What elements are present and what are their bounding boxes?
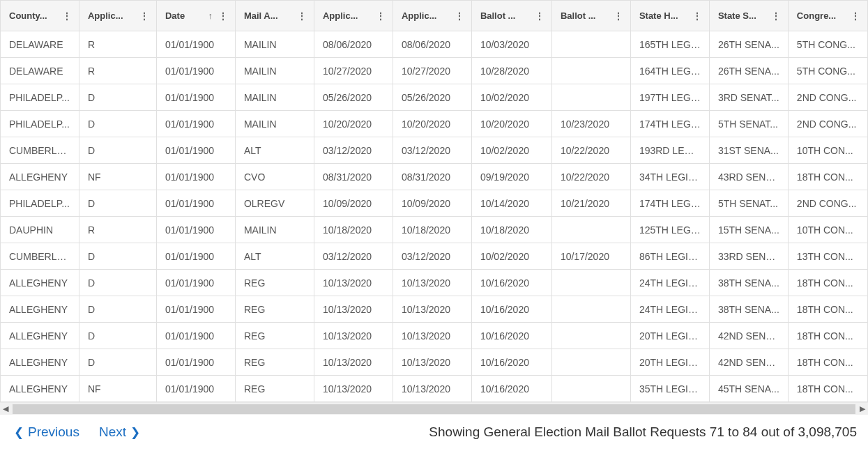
table-cell: 01/01/1900 [156,323,235,349]
next-button[interactable]: Next ❯ [99,424,140,440]
table-cell: DELAWARE [1,58,79,84]
horizontal-scrollbar[interactable]: ◀ ▶ [0,402,868,415]
table-cell: 31ST SENA... [709,137,788,164]
table-cell: 10/09/2020 [393,190,471,217]
table-row[interactable]: ALLEGHENYD01/01/1900REG10/13/202010/13/2… [1,349,868,376]
table-row[interactable]: DAUPHINR01/01/1900MAILIN10/18/202010/18/… [1,217,868,243]
column-header[interactable]: Applic...⋮ [79,1,156,31]
table-cell: R [79,217,156,243]
table-row[interactable]: ALLEGHENYNF01/01/1900REG10/13/202010/13/… [1,376,868,402]
table-row[interactable]: PHILADELP...D01/01/1900OLREGV10/09/20201… [1,190,868,217]
column-header[interactable]: Ballot ...⋮ [471,1,551,31]
table-row[interactable]: PHILADELP...D01/01/1900MAILIN10/20/20201… [1,111,868,137]
column-menu-icon[interactable]: ⋮ [611,10,626,22]
column-menu-icon[interactable]: ⋮ [768,10,784,22]
table-cell: D [79,270,156,296]
table-cell: 42ND SENA... [709,349,788,376]
scroll-right-arrow-icon[interactable]: ▶ [857,404,868,415]
table-cell: 01/01/1900 [156,270,235,296]
table-cell: 15TH SENA... [709,217,788,243]
column-label: County... [9,10,56,21]
table-cell: 10/14/2020 [471,190,551,217]
table-cell: 10/13/2020 [314,376,393,402]
table-cell: 18TH CON... [788,164,867,190]
table-cell: 38TH SENA... [709,270,788,296]
column-label: Ballot ... [480,10,529,21]
table-cell [551,84,630,111]
column-header[interactable]: Applic...⋮ [393,1,471,31]
table-row[interactable]: ALLEGHENYNF01/01/1900CVO08/31/202008/31/… [1,164,868,190]
table-row[interactable]: DELAWARER01/01/1900MAILIN10/27/202010/27… [1,58,868,84]
table-cell: 43RD SENA... [709,164,788,190]
table-cell: 01/01/1900 [156,243,235,270]
table-cell: 10/02/2020 [471,137,551,164]
table-cell: 18TH CON... [788,270,867,296]
table-cell: REG [235,323,314,349]
column-menu-icon[interactable]: ⋮ [532,10,547,22]
chevron-right-icon: ❯ [130,425,140,440]
column-header[interactable]: Mail A...⋮ [235,1,314,31]
table-cell: 33RD SENA... [709,243,788,270]
table-cell: MAILIN [235,31,314,58]
table-cell [551,296,630,323]
table-cell: 26TH SENA... [709,58,788,84]
table-row[interactable]: CUMBERLA...D01/01/1900ALT03/12/202003/12… [1,243,868,270]
column-header[interactable]: County...⋮ [1,1,79,31]
column-header[interactable]: Ballot ...⋮ [551,1,630,31]
table-row[interactable]: ALLEGHENYD01/01/1900REG10/13/202010/13/2… [1,296,868,323]
table-cell: 20TH LEGIS... [630,323,709,349]
table-cell: R [79,31,156,58]
column-header[interactable]: Applic...⋮ [314,1,393,31]
column-header[interactable]: State S...⋮ [709,1,788,31]
table-row[interactable]: CUMBERLA...D01/01/1900ALT03/12/202003/12… [1,137,868,164]
previous-label: Previous [28,424,79,440]
table-cell: 01/01/1900 [156,137,235,164]
table-cell: 01/01/1900 [156,31,235,58]
table-cell: 35TH LEGIS... [630,376,709,402]
table-cell: ALT [235,243,314,270]
column-header[interactable]: Date↑⋮ [156,1,235,31]
scroll-track[interactable] [13,404,855,414]
table-cell: REG [235,376,314,402]
column-menu-icon[interactable]: ⋮ [373,10,388,22]
table-cell: 10/13/2020 [314,349,393,376]
scroll-thumb[interactable] [13,404,855,414]
table-cell: 09/19/2020 [471,164,551,190]
column-menu-icon[interactable]: ⋮ [59,10,75,22]
table-cell: REG [235,296,314,323]
table-cell [551,270,630,296]
table-cell: D [79,296,156,323]
table-cell: 08/31/2020 [393,164,471,190]
column-menu-icon[interactable]: ⋮ [690,10,705,22]
table-row[interactable]: ALLEGHENYD01/01/1900REG10/13/202010/13/2… [1,323,868,349]
previous-button[interactable]: ❮ Previous [14,424,79,440]
column-menu-icon[interactable]: ⋮ [848,10,863,22]
table-cell: 10/20/2020 [314,111,393,137]
table-cell: REG [235,349,314,376]
table-cell: D [79,190,156,217]
table-cell: 10/13/2020 [314,270,393,296]
scroll-left-arrow-icon[interactable]: ◀ [0,404,11,415]
table-cell: 10/13/2020 [314,296,393,323]
table-cell: 13TH CON... [788,243,867,270]
column-menu-icon[interactable]: ⋮ [452,10,467,22]
chevron-left-icon: ❮ [14,425,24,440]
column-header[interactable]: Congre...⋮ [788,1,867,31]
table-cell: 10/27/2020 [393,58,471,84]
table-row[interactable]: DELAWARER01/01/1900MAILIN08/06/202008/06… [1,31,868,58]
table-cell: 03/12/2020 [393,137,471,164]
table-cell: 01/01/1900 [156,84,235,111]
table-cell: 2ND CONG... [788,111,867,137]
table-cell: ALLEGHENY [1,296,79,323]
table-cell: 03/12/2020 [393,243,471,270]
column-header[interactable]: State H...⋮ [630,1,709,31]
table-row[interactable]: PHILADELP...D01/01/1900MAILIN05/26/20200… [1,84,868,111]
table-row[interactable]: ALLEGHENYD01/01/1900REG10/13/202010/13/2… [1,270,868,296]
table-cell: 05/26/2020 [314,84,393,111]
column-menu-icon[interactable]: ⋮ [137,10,152,22]
column-menu-icon[interactable]: ⋮ [215,10,231,22]
table-cell: 5TH CONG... [788,58,867,84]
table-cell: 45TH SENA... [709,376,788,402]
column-menu-icon[interactable]: ⋮ [294,10,310,22]
table-cell: 08/06/2020 [393,31,471,58]
